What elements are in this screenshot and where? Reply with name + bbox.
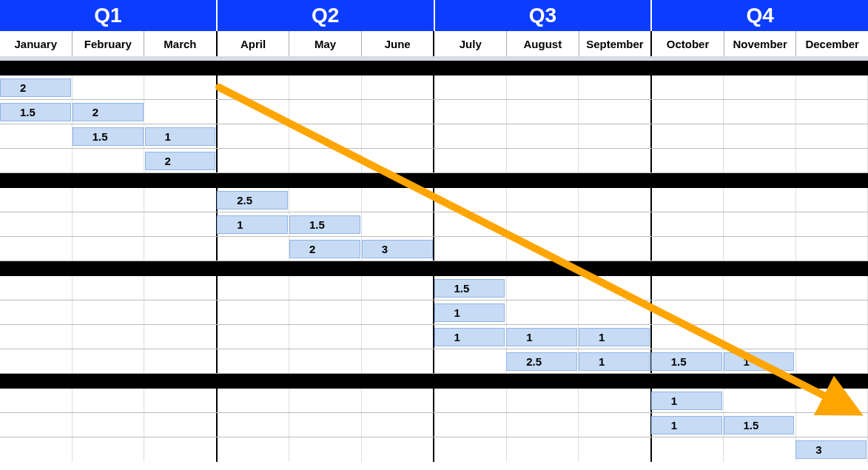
gantt-bar[interactable]: 1.5 — [0, 103, 71, 121]
grid-cell — [507, 149, 579, 172]
gantt-bar[interactable]: 2 — [145, 152, 216, 170]
gantt-data-row: 11.5 — [0, 413, 868, 437]
grid-cell — [796, 413, 869, 437]
grid-cell — [73, 61, 145, 75]
grid-cell — [434, 437, 507, 462]
grid-cell — [218, 276, 290, 300]
gantt-data-row: 11.5 — [0, 212, 868, 237]
grid-cell — [73, 301, 145, 324]
grid-cell — [652, 276, 724, 300]
grid-cell — [289, 349, 362, 373]
grid-cell — [218, 261, 290, 276]
gantt-bar[interactable]: 2 — [0, 78, 71, 97]
gantt-data-row: 2 — [0, 75, 868, 100]
gantt-bar[interactable]: 2 — [73, 103, 144, 121]
gantt-data-row: 1.52 — [0, 100, 868, 124]
grid-cell — [289, 124, 362, 148]
grid-cell — [289, 325, 362, 349]
gantt-bar[interactable]: 1 — [579, 328, 650, 346]
gantt-bar[interactable]: 1 — [724, 352, 795, 371]
grid-cell — [579, 301, 652, 324]
gantt-bar[interactable]: 3 — [795, 440, 867, 459]
month-header: November — [724, 31, 797, 56]
grid-cell — [362, 374, 435, 389]
grid-cell — [434, 188, 507, 212]
grid-cell — [434, 237, 507, 261]
grid-cell — [796, 276, 869, 300]
gantt-bar-label: 1 — [652, 395, 696, 407]
grid-cell — [434, 374, 507, 389]
gantt-bar-label: 1.5 — [1, 106, 55, 118]
gantt-data-row: 23 — [0, 237, 868, 261]
gantt-bar[interactable]: 3 — [362, 240, 433, 258]
grid-cell — [218, 349, 290, 373]
gantt-bar[interactable]: 2.5 — [506, 352, 577, 371]
gantt-bar[interactable]: 1 — [434, 303, 505, 322]
gantt-bar[interactable]: 1.5 — [73, 127, 144, 146]
grid-cell — [434, 349, 507, 373]
quarter-header: Q1 — [0, 0, 218, 31]
month-header: July — [434, 31, 507, 56]
grid-cell — [724, 374, 797, 389]
grid-cell — [0, 173, 73, 188]
grid-cell — [289, 100, 362, 124]
gantt-bar[interactable]: 2.5 — [217, 191, 288, 209]
gantt-bar[interactable]: 1.5 — [289, 215, 360, 234]
grid-cell — [652, 237, 724, 261]
grid-cell — [289, 413, 362, 437]
phase-divider-row — [0, 374, 868, 389]
month-header: May — [289, 31, 362, 56]
gantt-bar[interactable]: 1.5 — [724, 416, 795, 434]
gantt-bar[interactable]: 1 — [434, 328, 505, 346]
grid-cell — [507, 437, 579, 462]
grid-cell — [652, 212, 724, 236]
gantt-bar[interactable]: 1 — [506, 328, 577, 346]
grid-cell — [434, 173, 507, 188]
grid-cell — [652, 325, 724, 349]
grid-cell — [0, 124, 73, 148]
grid-cell — [507, 374, 579, 389]
grid-cell — [507, 100, 579, 124]
grid-cell — [144, 212, 218, 236]
grid-cell — [362, 325, 435, 349]
grid-cell — [218, 389, 290, 412]
grid-cell — [724, 276, 796, 300]
grid-cell — [73, 237, 145, 261]
grid-cell — [579, 389, 652, 412]
grid-cell — [218, 437, 290, 462]
grid-cell — [724, 173, 797, 188]
quarter-header: Q2 — [218, 0, 435, 31]
grid-cell — [289, 149, 362, 172]
gantt-grid: 21.521.5122.511.5231.511112.511.51111.53 — [0, 61, 868, 462]
month-header: June — [362, 31, 435, 56]
grid-cell — [652, 124, 724, 148]
gantt-bar[interactable]: 1.5 — [651, 352, 722, 371]
grid-cell — [144, 237, 218, 261]
phase-divider-row — [0, 173, 868, 188]
month-header: October — [652, 31, 724, 56]
gantt-bar[interactable]: 1.5 — [434, 279, 505, 298]
grid-cell — [144, 261, 218, 276]
grid-cell — [0, 389, 73, 412]
grid-cell — [0, 437, 73, 462]
gantt-bar[interactable]: 1 — [651, 392, 722, 410]
grid-cell — [796, 149, 869, 172]
grid-cell — [507, 173, 579, 188]
grid-cell — [362, 413, 435, 437]
gantt-bar[interactable]: 1 — [579, 352, 650, 371]
grid-cell — [434, 61, 507, 75]
gantt-bar[interactable]: 1 — [651, 416, 722, 434]
grid-cell — [73, 173, 145, 188]
grid-cell — [652, 261, 724, 276]
grid-cell — [579, 413, 652, 437]
gantt-bar[interactable]: 2 — [289, 240, 360, 258]
grid-cell — [289, 188, 362, 212]
grid-cell — [724, 325, 796, 349]
gantt-bar[interactable]: 1 — [217, 215, 288, 234]
grid-cell — [579, 124, 652, 148]
grid-cell — [218, 61, 290, 75]
gantt-bar[interactable]: 1 — [145, 127, 216, 146]
grid-cell — [289, 173, 362, 188]
grid-cell — [724, 301, 796, 324]
grid-cell — [724, 212, 796, 236]
